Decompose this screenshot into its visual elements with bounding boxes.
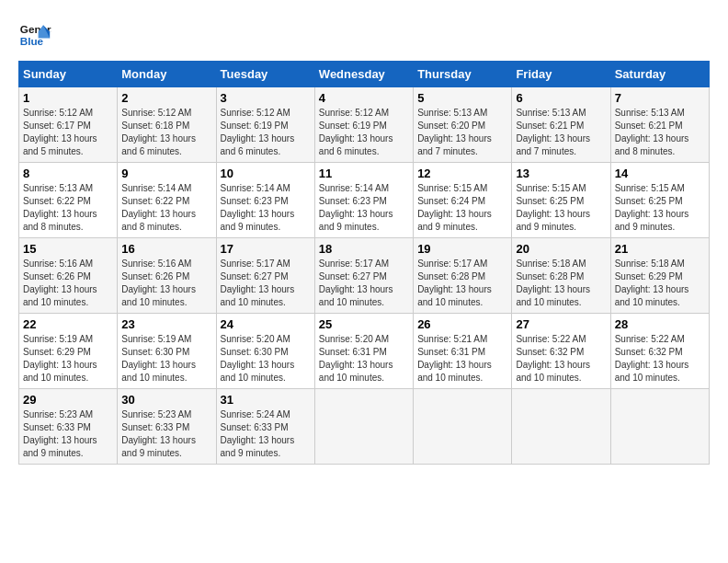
day-info: Sunrise: 5:18 AM Sunset: 6:29 PM Dayligh…	[615, 258, 705, 309]
calendar-cell: 2 Sunrise: 5:12 AM Sunset: 6:18 PM Dayli…	[118, 87, 216, 163]
calendar-cell: 24 Sunrise: 5:20 AM Sunset: 6:30 PM Dayl…	[216, 314, 314, 389]
calendar-cell	[314, 389, 413, 465]
day-number: 23	[121, 317, 211, 331]
calendar-cell: 9 Sunrise: 5:14 AM Sunset: 6:22 PM Dayli…	[118, 163, 216, 238]
day-header-friday: Friday	[512, 62, 610, 87]
page-header: General Blue	[18, 18, 710, 52]
day-info: Sunrise: 5:22 AM Sunset: 6:32 PM Dayligh…	[615, 333, 705, 385]
day-info: Sunrise: 5:13 AM Sunset: 6:21 PM Dayligh…	[615, 107, 705, 158]
day-number: 29	[23, 393, 113, 407]
day-info: Sunrise: 5:13 AM Sunset: 6:22 PM Dayligh…	[23, 182, 113, 234]
day-header-wednesday: Wednesday	[314, 62, 413, 87]
day-info: Sunrise: 5:12 AM Sunset: 6:19 PM Dayligh…	[221, 107, 311, 158]
day-info: Sunrise: 5:17 AM Sunset: 6:27 PM Dayligh…	[221, 258, 311, 309]
calendar-cell: 23 Sunrise: 5:19 AM Sunset: 6:30 PM Dayl…	[118, 314, 216, 389]
day-info: Sunrise: 5:17 AM Sunset: 6:28 PM Dayligh…	[417, 258, 507, 309]
calendar-cell: 29 Sunrise: 5:23 AM Sunset: 6:33 PM Dayl…	[19, 389, 118, 465]
day-number: 31	[221, 393, 311, 407]
day-header-sunday: Sunday	[19, 62, 118, 87]
calendar-cell: 25 Sunrise: 5:20 AM Sunset: 6:31 PM Dayl…	[314, 314, 413, 389]
calendar-cell: 21 Sunrise: 5:18 AM Sunset: 6:29 PM Dayl…	[610, 238, 709, 314]
calendar-cell: 15 Sunrise: 5:16 AM Sunset: 6:26 PM Dayl…	[19, 238, 118, 314]
calendar-cell: 7 Sunrise: 5:13 AM Sunset: 6:21 PM Dayli…	[610, 87, 709, 163]
day-info: Sunrise: 5:17 AM Sunset: 6:27 PM Dayligh…	[319, 258, 409, 309]
day-info: Sunrise: 5:20 AM Sunset: 6:30 PM Dayligh…	[221, 333, 311, 385]
calendar-header-row: SundayMondayTuesdayWednesdayThursdayFrid…	[19, 62, 710, 87]
calendar-cell: 10 Sunrise: 5:14 AM Sunset: 6:23 PM Dayl…	[216, 163, 314, 238]
day-info: Sunrise: 5:21 AM Sunset: 6:31 PM Dayligh…	[417, 333, 507, 385]
day-info: Sunrise: 5:23 AM Sunset: 6:33 PM Dayligh…	[23, 408, 113, 460]
day-info: Sunrise: 5:14 AM Sunset: 6:23 PM Dayligh…	[319, 182, 409, 234]
day-info: Sunrise: 5:19 AM Sunset: 6:30 PM Dayligh…	[121, 333, 211, 385]
calendar-cell	[414, 389, 512, 465]
day-info: Sunrise: 5:15 AM Sunset: 6:24 PM Dayligh…	[417, 182, 507, 234]
day-info: Sunrise: 5:12 AM Sunset: 6:18 PM Dayligh…	[121, 107, 211, 158]
day-info: Sunrise: 5:24 AM Sunset: 6:33 PM Dayligh…	[221, 408, 311, 460]
calendar-cell	[610, 389, 709, 465]
calendar-week-1: 1 Sunrise: 5:12 AM Sunset: 6:17 PM Dayli…	[19, 87, 710, 163]
day-number: 24	[221, 317, 311, 331]
day-number: 10	[221, 167, 311, 180]
calendar-cell: 18 Sunrise: 5:17 AM Sunset: 6:27 PM Dayl…	[314, 238, 413, 314]
calendar-week-3: 15 Sunrise: 5:16 AM Sunset: 6:26 PM Dayl…	[19, 238, 710, 314]
calendar-cell: 22 Sunrise: 5:19 AM Sunset: 6:29 PM Dayl…	[19, 314, 118, 389]
day-info: Sunrise: 5:16 AM Sunset: 6:26 PM Dayligh…	[121, 258, 211, 309]
calendar-cell: 14 Sunrise: 5:15 AM Sunset: 6:25 PM Dayl…	[610, 163, 709, 238]
day-number: 21	[615, 242, 705, 256]
day-info: Sunrise: 5:18 AM Sunset: 6:28 PM Dayligh…	[516, 258, 606, 309]
day-info: Sunrise: 5:22 AM Sunset: 6:32 PM Dayligh…	[516, 333, 606, 385]
day-number: 27	[516, 317, 606, 331]
day-info: Sunrise: 5:15 AM Sunset: 6:25 PM Dayligh…	[615, 182, 705, 234]
calendar-cell: 4 Sunrise: 5:12 AM Sunset: 6:19 PM Dayli…	[314, 87, 413, 163]
day-number: 15	[23, 242, 113, 256]
calendar-cell: 1 Sunrise: 5:12 AM Sunset: 6:17 PM Dayli…	[19, 87, 118, 163]
day-number: 17	[221, 242, 311, 256]
calendar-cell: 27 Sunrise: 5:22 AM Sunset: 6:32 PM Dayl…	[512, 314, 610, 389]
day-header-saturday: Saturday	[610, 62, 709, 87]
day-number: 30	[121, 393, 211, 407]
day-info: Sunrise: 5:15 AM Sunset: 6:25 PM Dayligh…	[516, 182, 606, 234]
day-number: 16	[121, 242, 211, 256]
day-info: Sunrise: 5:13 AM Sunset: 6:21 PM Dayligh…	[516, 107, 606, 158]
day-header-tuesday: Tuesday	[216, 62, 314, 87]
day-number: 12	[417, 167, 507, 180]
day-number: 11	[319, 167, 409, 180]
day-info: Sunrise: 5:14 AM Sunset: 6:22 PM Dayligh…	[121, 182, 211, 234]
day-info: Sunrise: 5:12 AM Sunset: 6:19 PM Dayligh…	[319, 107, 409, 158]
calendar-cell: 31 Sunrise: 5:24 AM Sunset: 6:33 PM Dayl…	[216, 389, 314, 465]
day-number: 9	[121, 167, 211, 180]
calendar-cell: 28 Sunrise: 5:22 AM Sunset: 6:32 PM Dayl…	[610, 314, 709, 389]
day-header-thursday: Thursday	[414, 62, 512, 87]
calendar-cell: 26 Sunrise: 5:21 AM Sunset: 6:31 PM Dayl…	[414, 314, 512, 389]
day-number: 26	[417, 317, 507, 331]
calendar-cell	[512, 389, 610, 465]
calendar-cell: 5 Sunrise: 5:13 AM Sunset: 6:20 PM Dayli…	[414, 87, 512, 163]
calendar-cell: 12 Sunrise: 5:15 AM Sunset: 6:24 PM Dayl…	[414, 163, 512, 238]
day-number: 25	[319, 317, 409, 331]
day-info: Sunrise: 5:12 AM Sunset: 6:17 PM Dayligh…	[23, 107, 113, 158]
logo: General Blue	[18, 18, 51, 52]
day-number: 20	[516, 242, 606, 256]
day-number: 2	[121, 91, 211, 105]
day-number: 8	[23, 167, 113, 180]
day-number: 7	[615, 91, 705, 105]
day-number: 4	[319, 91, 409, 105]
day-info: Sunrise: 5:19 AM Sunset: 6:29 PM Dayligh…	[23, 333, 113, 385]
day-header-monday: Monday	[118, 62, 216, 87]
calendar-cell: 11 Sunrise: 5:14 AM Sunset: 6:23 PM Dayl…	[314, 163, 413, 238]
calendar-week-4: 22 Sunrise: 5:19 AM Sunset: 6:29 PM Dayl…	[19, 314, 710, 389]
day-info: Sunrise: 5:14 AM Sunset: 6:23 PM Dayligh…	[221, 182, 311, 234]
calendar-cell: 6 Sunrise: 5:13 AM Sunset: 6:21 PM Dayli…	[512, 87, 610, 163]
day-number: 13	[516, 167, 606, 180]
day-number: 6	[516, 91, 606, 105]
day-number: 22	[23, 317, 113, 331]
day-number: 14	[615, 167, 705, 180]
calendar-week-2: 8 Sunrise: 5:13 AM Sunset: 6:22 PM Dayli…	[19, 163, 710, 238]
calendar-cell: 30 Sunrise: 5:23 AM Sunset: 6:33 PM Dayl…	[118, 389, 216, 465]
day-info: Sunrise: 5:23 AM Sunset: 6:33 PM Dayligh…	[121, 408, 211, 460]
day-number: 18	[319, 242, 409, 256]
day-info: Sunrise: 5:13 AM Sunset: 6:20 PM Dayligh…	[417, 107, 507, 158]
day-number: 3	[221, 91, 311, 105]
calendar-cell: 17 Sunrise: 5:17 AM Sunset: 6:27 PM Dayl…	[216, 238, 314, 314]
calendar-cell: 20 Sunrise: 5:18 AM Sunset: 6:28 PM Dayl…	[512, 238, 610, 314]
